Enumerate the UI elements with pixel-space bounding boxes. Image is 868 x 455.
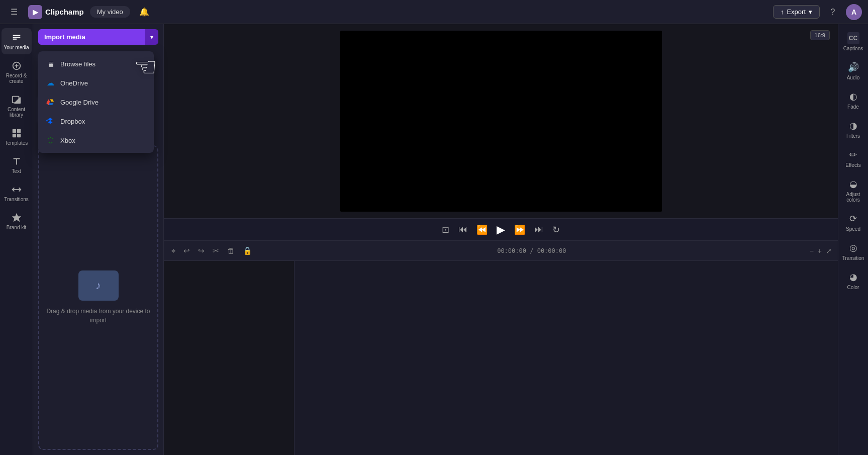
media-drop-zone[interactable]: ♪ Drag & drop media from your device to … <box>38 145 158 450</box>
export-button[interactable]: ↑ Export ▾ <box>773 5 820 19</box>
app-name: Clipchamp <box>45 8 84 16</box>
help-icon[interactable]: ? <box>825 4 841 20</box>
app-logo: ▶ Clipchamp <box>28 5 84 19</box>
right-panel-captions[interactable]: CC Captions <box>840 28 867 55</box>
right-panel-label-color: Color <box>847 285 859 290</box>
aspect-ratio-badge[interactable]: 16:9 <box>810 30 830 40</box>
dropdown-label-google-drive: Google Drive <box>60 99 99 106</box>
right-panel-speed[interactable]: ⟳ Speed <box>840 209 867 236</box>
right-panel-label-transition: Transition <box>842 255 864 261</box>
cut-button[interactable]: ✂ <box>211 245 221 257</box>
import-media-button[interactable]: Import media <box>38 29 145 45</box>
sidebar-label-brand-kit: Brand kit <box>7 225 26 230</box>
right-panel-filters[interactable]: ◑ Filters <box>840 116 867 143</box>
right-panel-transition[interactable]: ◎ Transition <box>840 238 867 265</box>
google-drive-icon <box>45 97 55 107</box>
right-panel-fade[interactable]: ◐ Fade <box>840 86 867 114</box>
dropdown-label-browse-files: Browse files <box>60 60 95 68</box>
dropbox-icon <box>45 116 55 126</box>
timeline-tracks <box>164 260 838 455</box>
magnet-tool[interactable]: ⌖ <box>170 245 177 257</box>
transition-icon: ◎ <box>847 242 859 254</box>
track-labels <box>164 261 295 455</box>
right-panel-label-adjust-colors: Adjust colors <box>842 192 865 203</box>
caption-toggle[interactable]: ⊡ <box>442 224 449 235</box>
import-btn-wrapper: Import media ▾ <box>38 29 158 45</box>
video-canvas <box>340 31 662 212</box>
media-placeholder-icon: ♪ <box>78 270 119 301</box>
export-chevron: ▾ <box>809 8 812 16</box>
step-back-button[interactable]: ⏪ <box>476 224 488 235</box>
sidebar-item-brand-kit[interactable]: Brand kit <box>2 208 32 234</box>
dropdown-label-xbox: Xbox <box>60 137 75 144</box>
loop-button[interactable]: ↻ <box>552 224 560 235</box>
delete-button[interactable]: 🗑 <box>226 245 236 256</box>
right-panel-label-fade: Fade <box>847 104 859 110</box>
right-panel-label-speed: Speed <box>846 226 860 232</box>
notification-icon[interactable]: 🔔 <box>136 4 152 20</box>
zoom-fit-button[interactable]: ⤢ <box>826 247 832 255</box>
sidebar-item-transitions[interactable]: Transitions <box>2 180 32 206</box>
timeline-time: 00:00:00 / 00:00:00 <box>259 247 805 254</box>
time-total: 00:00:00 <box>537 247 566 254</box>
sidebar-label-transitions: Transitions <box>4 197 29 202</box>
topbar-right: ↑ Export ▾ ? A <box>773 4 862 20</box>
timeline-toolbar: ⌖ ↩ ↪ ✂ 🗑 🔒 00:00:00 / 00:00:00 − + ⤢ <box>164 240 838 260</box>
rewind-button[interactable]: ⏮ <box>458 224 467 235</box>
dropdown-label-onedrive: OneDrive <box>60 79 88 87</box>
right-panel-label-effects: Effects <box>845 162 860 168</box>
sidebar-item-record-create[interactable]: Record & create <box>2 56 32 88</box>
redo-button[interactable]: ↪ <box>197 245 206 257</box>
time-separator: / <box>530 247 537 254</box>
sidebar-label-text: Text <box>12 168 21 174</box>
dropdown-item-onedrive[interactable]: ☁ OneDrive <box>38 73 154 93</box>
video-title[interactable]: My video <box>90 6 130 18</box>
sidebar-item-templates[interactable]: Templates <box>2 124 32 150</box>
track-area[interactable] <box>295 261 838 455</box>
lock-button[interactable]: 🔒 <box>241 245 254 257</box>
fade-icon: ◐ <box>847 90 859 103</box>
video-preview: 16:9 <box>164 24 838 218</box>
step-forward-button[interactable]: ⏩ <box>514 224 525 235</box>
svg-rect-5 <box>17 129 20 133</box>
hamburger-menu[interactable]: ☰ <box>6 4 22 20</box>
timeline-zoom: − + ⤢ <box>810 247 832 255</box>
logo-icon: ▶ <box>28 5 42 19</box>
topbar: ☰ ▶ Clipchamp My video 🔔 ↑ Export ▾ ? A <box>0 0 868 24</box>
right-panel-adjust-colors[interactable]: ◒ Adjust colors <box>840 174 867 207</box>
color-icon: ◕ <box>847 271 859 283</box>
undo-button[interactable]: ↩ <box>182 245 191 257</box>
media-panel: Import media ▾ 🖥 Browse files ☁ OneDrive <box>33 24 164 455</box>
captions-icon: CC <box>847 32 859 44</box>
import-chevron-button[interactable]: ▾ <box>145 29 158 45</box>
center-area: 16:9 ⊡ ⏮ ⏪ ▶ ⏩ ⏭ ↻ ⌖ ↩ ↪ ✂ 🗑 🔒 00:00:00 … <box>164 24 838 455</box>
right-panel-label-filters: Filters <box>846 133 860 139</box>
export-label: Export <box>787 8 806 16</box>
dropdown-item-dropbox[interactable]: Dropbox <box>38 112 154 131</box>
sidebar-item-content-library[interactable]: Content library <box>2 90 32 122</box>
zoom-out-button[interactable]: − <box>810 247 814 255</box>
zoom-in-button[interactable]: + <box>818 247 822 255</box>
dropdown-item-xbox[interactable]: ⬡ Xbox <box>38 131 154 150</box>
audio-icon: 🔊 <box>847 61 859 73</box>
dropdown-label-dropbox: Dropbox <box>60 118 85 125</box>
right-panel: CC Captions 🔊 Audio ◐ Fade ◑ Filters ✏ E… <box>838 24 868 455</box>
main-layout: Your media Record & create Content libra… <box>0 24 868 455</box>
right-panel-audio[interactable]: 🔊 Audio <box>840 57 867 84</box>
play-button[interactable]: ▶ <box>497 223 505 236</box>
sidebar-item-your-media[interactable]: Your media <box>2 28 32 54</box>
dropdown-item-browse-files[interactable]: 🖥 Browse files <box>38 54 154 73</box>
fast-forward-button[interactable]: ⏭ <box>534 224 543 235</box>
right-panel-color[interactable]: ◕ Color <box>840 267 867 294</box>
right-panel-effects[interactable]: ✏ Effects <box>840 145 867 172</box>
sidebar-item-text[interactable]: Text <box>2 152 32 178</box>
svg-marker-9 <box>12 213 21 222</box>
avatar[interactable]: A <box>846 4 862 20</box>
dropdown-item-google-drive[interactable]: Google Drive <box>38 93 154 112</box>
xbox-icon: ⬡ <box>45 135 55 145</box>
sidebar-label-templates: Templates <box>5 140 28 146</box>
sidebar-label-record-create: Record & create <box>4 73 30 84</box>
speed-icon: ⟳ <box>847 213 859 225</box>
sidebar-label-content-library: Content library <box>4 107 30 118</box>
sidebar-label-your-media: Your media <box>4 45 29 50</box>
